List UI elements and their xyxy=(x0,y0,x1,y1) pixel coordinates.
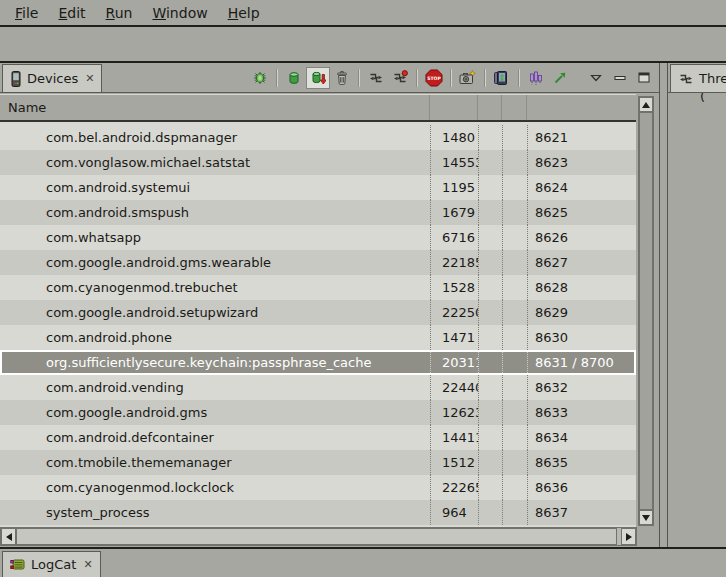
profiling-start-button[interactable] xyxy=(548,67,572,89)
table-row[interactable]: com.vonglasow.michael.satstat145538623 xyxy=(0,150,636,175)
process-name-cell: com.cyanogenmod.lockclock xyxy=(0,475,430,500)
empty-cell xyxy=(478,325,502,350)
process-pid-cell: 1480 xyxy=(430,125,478,150)
table-row[interactable]: system_process9648637 xyxy=(0,500,636,525)
view-menu-button[interactable] xyxy=(584,67,608,89)
table-row[interactable]: com.cyanogenmod.lockclock222658636 xyxy=(0,475,636,500)
menu-window[interactable]: Window xyxy=(142,3,217,23)
gc-trash-button[interactable] xyxy=(330,67,354,89)
table-row[interactable]: com.whatsapp67168626 xyxy=(0,225,636,250)
scroll-up-button[interactable] xyxy=(639,97,653,112)
process-port-cell: 8625 xyxy=(527,200,636,225)
debug-bug-icon xyxy=(252,70,268,86)
table-row[interactable]: com.android.defcontainer144118634 xyxy=(0,425,636,450)
screen-capture-button[interactable] xyxy=(490,67,514,89)
panel-sash[interactable] xyxy=(660,63,667,547)
arrow-down-icon xyxy=(642,515,650,521)
empty-cell xyxy=(478,300,502,325)
tab-threads-label: Threads xyxy=(699,71,726,86)
maximize-icon xyxy=(638,72,650,83)
update-heap-icon xyxy=(286,70,302,86)
minimize-button[interactable] xyxy=(608,67,632,89)
table-row[interactable]: com.android.vending224408632 xyxy=(0,375,636,400)
minimize-icon xyxy=(614,73,626,83)
gc-trash-icon xyxy=(334,70,350,86)
update-heap-button[interactable] xyxy=(282,67,306,89)
process-name-cell: system_process xyxy=(0,500,430,525)
empty-cell xyxy=(478,350,502,375)
menu-help[interactable]: Help xyxy=(218,3,270,23)
table-row[interactable]: org.sufficientlysecure.keychain:passphra… xyxy=(0,350,636,375)
process-name-cell: com.google.android.setupwizard xyxy=(0,300,430,325)
logcat-bar: LogCat ✕ xyxy=(0,547,726,577)
process-port-cell: 8636 xyxy=(527,475,636,500)
close-icon[interactable]: ✕ xyxy=(83,558,92,571)
column-header-4[interactable] xyxy=(502,95,527,120)
dump-hprof-button[interactable] xyxy=(306,67,330,89)
profiling-bars-icon xyxy=(528,70,544,86)
empty-cell xyxy=(502,175,527,200)
table-row[interactable]: com.android.phone14718630 xyxy=(0,325,636,350)
process-pid-cell: 14553 xyxy=(430,150,478,175)
menubar: FileEditRunWindowHelp xyxy=(0,0,726,27)
table-row[interactable]: com.google.android.gms.wearable221858627 xyxy=(0,250,636,275)
empty-cell xyxy=(502,300,527,325)
close-icon[interactable]: ✕ xyxy=(85,72,94,85)
table-row[interactable]: com.bel.android.dspmanager14808621 xyxy=(0,125,636,150)
horizontal-scrollbar[interactable] xyxy=(0,527,637,546)
update-threads-button[interactable] xyxy=(364,67,388,89)
table-row[interactable]: com.tmobile.thememanager15128635 xyxy=(0,450,636,475)
column-header-pid[interactable] xyxy=(430,95,478,120)
tab-devices-label: Devices xyxy=(27,71,78,86)
menu-run[interactable]: Run xyxy=(96,3,143,23)
process-port-cell: 8630 xyxy=(527,325,636,350)
empty-cell xyxy=(478,200,502,225)
vertical-scrollbar[interactable] xyxy=(638,96,654,526)
screenshot-camera-button[interactable] xyxy=(456,67,480,89)
column-header-port[interactable] xyxy=(527,95,636,120)
process-port-cell: 8631 / 8700 xyxy=(527,350,636,375)
column-header-name[interactable]: Name xyxy=(0,95,430,120)
table-header: Name xyxy=(0,94,636,122)
ddms-window: FileEditRunWindowHelp Devices ✕ STOP Nam… xyxy=(0,0,726,577)
toolbar-separator xyxy=(484,69,486,87)
tab-devices[interactable]: Devices ✕ xyxy=(2,64,102,92)
empty-cell xyxy=(478,225,502,250)
scroll-down-button[interactable] xyxy=(639,510,653,525)
table-row[interactable]: com.google.android.setupwizard222508629 xyxy=(0,300,636,325)
update-threads-red-button[interactable] xyxy=(388,67,412,89)
process-port-cell: 8628 xyxy=(527,275,636,300)
table-row[interactable]: com.google.android.gms126238633 xyxy=(0,400,636,425)
scroll-left-button[interactable] xyxy=(1,528,16,545)
process-pid-cell: 6716 xyxy=(430,225,478,250)
process-port-cell: 8624 xyxy=(527,175,636,200)
arrow-left-icon xyxy=(6,533,12,541)
process-table: com.bel.android.dspmanager14808621com.vo… xyxy=(0,122,636,527)
vertical-scrollbar-thumb[interactable] xyxy=(639,112,653,510)
table-row[interactable]: com.android.smspush16798625 xyxy=(0,200,636,225)
empty-cell xyxy=(502,325,527,350)
horizontal-scrollbar-thumb[interactable] xyxy=(16,528,617,545)
process-name-cell: com.android.phone xyxy=(0,325,430,350)
empty-cell xyxy=(502,225,527,250)
menu-edit[interactable]: Edit xyxy=(48,3,95,23)
view-menu-icon xyxy=(590,74,602,82)
table-row[interactable]: com.android.systemui11958624 xyxy=(0,175,636,200)
scroll-right-button[interactable] xyxy=(621,528,636,545)
toolbar-separator xyxy=(450,69,452,87)
process-pid-cell: 22250 xyxy=(430,300,478,325)
tab-logcat[interactable]: LogCat ✕ xyxy=(2,551,101,577)
menu-file[interactable]: File xyxy=(5,3,48,23)
process-port-cell: 8633 xyxy=(527,400,636,425)
maximize-button[interactable] xyxy=(632,67,656,89)
empty-cell xyxy=(502,125,527,150)
tab-threads[interactable]: Threads xyxy=(670,64,726,92)
profiling-bars-button[interactable] xyxy=(524,67,548,89)
process-port-cell: 8629 xyxy=(527,300,636,325)
column-header-3[interactable] xyxy=(478,95,502,120)
process-port-cell: 8635 xyxy=(527,450,636,475)
process-pid-cell: 1512 xyxy=(430,450,478,475)
debug-bug-button[interactable] xyxy=(248,67,272,89)
table-row[interactable]: com.cyanogenmod.trebuchet15288628 xyxy=(0,275,636,300)
stop-button[interactable]: STOP xyxy=(422,67,446,89)
